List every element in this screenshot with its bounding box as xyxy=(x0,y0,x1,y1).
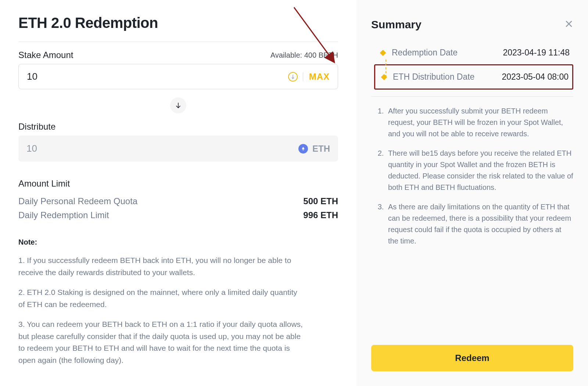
stake-amount-input[interactable] xyxy=(27,71,288,82)
timeline-label: Redemption Date xyxy=(392,48,503,58)
divider xyxy=(371,96,573,97)
summary-notes-list: After you successfully submit your BETH … xyxy=(371,105,573,255)
timeline-connector xyxy=(386,59,386,77)
redemption-form: ETH 2.0 Redemption Stake Amount Availabl… xyxy=(0,0,356,386)
timeline-value: 2023-04-19 11:48 xyxy=(503,48,570,58)
available-balance: Available: 400 BETH xyxy=(270,51,338,59)
stake-input-box[interactable]: MAX xyxy=(18,64,338,89)
limit-label: Daily Personal Redeem Quota xyxy=(18,196,137,206)
summary-title: Summary xyxy=(371,18,422,31)
limit-row: Daily Personal Redeem Quota 500 ETH xyxy=(18,196,338,206)
summary-panel: Summary Redemption Date 2023-04-19 11:48… xyxy=(356,0,588,386)
summary-note-item: There will be15 days before you receive … xyxy=(386,148,573,193)
limit-value: 996 ETH xyxy=(303,210,338,220)
summary-note-item: As there are daily limitations on the qu… xyxy=(386,201,573,247)
distribute-label: Distribute xyxy=(18,122,338,132)
separator xyxy=(303,72,303,81)
stake-header: Stake Amount Available: 400 BETH xyxy=(18,50,338,60)
note-item: 3. You can redeem your BETH back to ETH … xyxy=(18,318,305,366)
timeline-row-distribution: ETH Distribution Date 2023-05-04 08:00 xyxy=(374,64,573,90)
summary-note-item: After you successfully submit your BETH … xyxy=(386,105,573,140)
summary-timeline: Redemption Date 2023-04-19 11:48 ETH Dis… xyxy=(371,41,573,90)
amount-limit-heading: Amount Limit xyxy=(18,178,338,189)
distribute-box: 10 ETH xyxy=(18,136,338,162)
note-item: 2. ETH 2.0 Staking is designed on the ma… xyxy=(18,286,305,310)
max-button[interactable]: MAX xyxy=(309,72,330,82)
timeline-value: 2023-05-04 08:00 xyxy=(502,72,569,82)
beth-coin-icon xyxy=(288,72,298,82)
limit-label: Daily Redemption Limit xyxy=(18,210,109,220)
close-icon[interactable] xyxy=(564,19,573,30)
note-item: 1. If you successfully redeem BETH back … xyxy=(18,255,305,278)
timeline-row-redemption: Redemption Date 2023-04-19 11:48 xyxy=(374,41,573,64)
redeem-button[interactable]: Redeem xyxy=(371,345,573,371)
divider xyxy=(18,42,338,42)
note-heading: Note: xyxy=(18,238,338,246)
limit-value: 500 ETH xyxy=(303,196,338,206)
stake-label: Stake Amount xyxy=(18,50,73,60)
distribute-value: 10 xyxy=(26,143,298,154)
limit-row: Daily Redemption Limit 996 ETH xyxy=(18,210,338,220)
eth-coin-icon xyxy=(298,144,308,154)
page-title: ETH 2.0 Redemption xyxy=(18,15,338,31)
timeline-label: ETH Distribution Date xyxy=(393,72,502,82)
swap-direction-icon xyxy=(170,97,186,113)
diamond-icon xyxy=(380,50,386,56)
distribute-coin-label: ETH xyxy=(312,144,330,154)
